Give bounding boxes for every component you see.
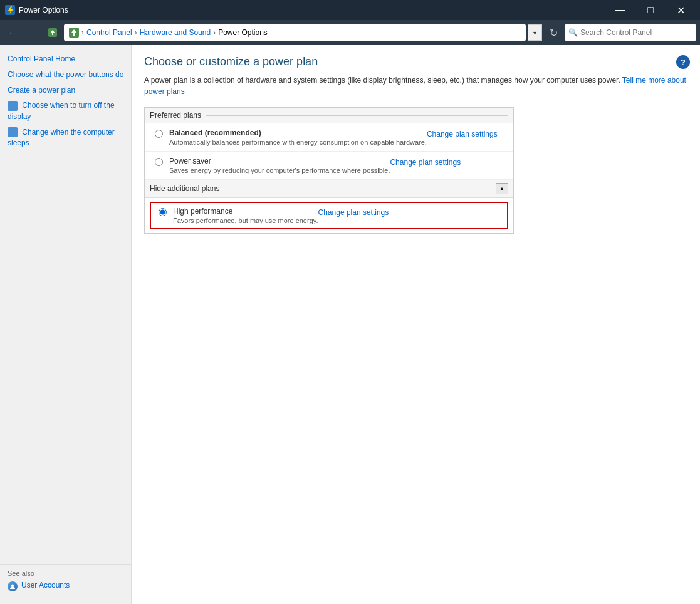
sidebar-item-user-accounts[interactable]: User Accounts: [8, 580, 123, 593]
change-sleep-label: Change when the computer sleeps: [8, 128, 115, 147]
turn-off-display-icon: [8, 101, 18, 111]
change-plan-link-high-performance[interactable]: Change plan settings: [318, 208, 389, 217]
sidebar-item-power-buttons[interactable]: Choose what the power buttons do: [0, 67, 131, 83]
svg-point-3: [11, 585, 14, 587]
plan-name-balanced[interactable]: Balanced (recommended): [169, 128, 427, 137]
maximize-button[interactable]: □: [636, 0, 665, 20]
main-window: Control Panel Home Choose what the power…: [0, 45, 700, 604]
additional-plans-line: [224, 189, 492, 189]
plan-desc-high-performance: Favors performance, but may use more ene…: [173, 217, 318, 224]
plan-text-balanced: Balanced (recommended) Automatically bal…: [169, 128, 427, 146]
plan-text-power-saver: Power saver Saves energy by reducing you…: [169, 157, 390, 174]
breadcrumb-sep-0: ›: [81, 28, 84, 37]
plan-desc-power-saver: Saves energy by reducing your computer's…: [169, 167, 390, 174]
preferred-plans-line: [206, 115, 508, 116]
see-also-title: See also: [8, 570, 123, 577]
breadcrumb-power-options: Power Options: [218, 28, 268, 37]
plan-row-high-performance-highlighted: High performance Favors performance, but…: [150, 202, 508, 229]
collapse-additional-button[interactable]: ▲: [496, 183, 508, 194]
radio-balanced[interactable]: [155, 130, 163, 138]
page-title: Choose or customize a power plan: [144, 55, 687, 68]
plan-row-balanced-inner: Balanced (recommended) Automatically bal…: [155, 128, 503, 146]
breadcrumb-sep-1: ›: [135, 28, 137, 37]
sidebar-item-create-plan[interactable]: Create a power plan: [0, 83, 131, 98]
breadcrumb-control-panel[interactable]: Control Panel: [86, 28, 132, 37]
sidebar-item-turn-off-display[interactable]: Choose when to turn off the display: [0, 98, 131, 124]
address-bar: ← → › Control Panel › Hardware and Sound…: [0, 20, 700, 45]
user-accounts-icon: [8, 581, 18, 591]
high-performance-wrapper: High performance Favors performance, but…: [145, 198, 513, 233]
change-sleep-icon: [8, 127, 18, 137]
minimize-button[interactable]: —: [606, 0, 635, 20]
additional-plans-label: Hide additional plans: [150, 184, 219, 193]
change-plan-link-power-saver[interactable]: Change plan settings: [390, 158, 461, 167]
close-button[interactable]: ✕: [666, 0, 695, 20]
search-box: 🔍: [565, 24, 696, 41]
window-title: Power Options: [19, 6, 606, 14]
plan-name-power-saver[interactable]: Power saver: [169, 157, 390, 165]
plan-row-power-saver: Power saver Saves energy by reducing you…: [145, 152, 513, 180]
sidebar-item-control-panel-home[interactable]: Control Panel Home: [0, 51, 131, 67]
back-button[interactable]: ←: [4, 24, 21, 41]
sidebar-item-change-sleep[interactable]: Change when the computer sleeps: [0, 125, 131, 151]
forward-button[interactable]: →: [24, 24, 41, 41]
search-input[interactable]: [580, 28, 692, 37]
window-controls: — □ ✕: [606, 0, 695, 20]
refresh-button[interactable]: ↻: [545, 24, 562, 41]
plan-left-high-performance: High performance Favors performance, but…: [159, 207, 318, 224]
preferred-plans-label: Preferred plans: [150, 111, 201, 120]
search-icon: 🔍: [568, 28, 578, 37]
address-dropdown[interactable]: ▾: [528, 24, 542, 41]
sidebar: Control Panel Home Choose what the power…: [0, 45, 132, 604]
radio-high-performance[interactable]: [159, 208, 167, 216]
user-accounts-label: User Accounts: [21, 581, 70, 590]
address-path[interactable]: › Control Panel › Hardware and Sound › P…: [64, 24, 526, 41]
plan-left-balanced: Balanced (recommended) Automatically bal…: [155, 128, 427, 146]
page-description: A power plan is a collection of hardware…: [144, 75, 687, 97]
app-icon: [5, 5, 15, 15]
additional-plans-header[interactable]: Hide additional plans ▲: [145, 180, 513, 198]
content-area: ? Choose or customize a power plan A pow…: [132, 45, 700, 604]
plan-desc-balanced: Automatically balances performance with …: [169, 138, 427, 146]
plan-name-high-performance[interactable]: High performance: [173, 207, 318, 216]
plan-row-power-saver-inner: Power saver Saves energy by reducing you…: [155, 157, 503, 174]
plan-left-power-saver: Power saver Saves energy by reducing you…: [155, 157, 390, 174]
plans-container: Preferred plans Balanced (recommended) A…: [144, 107, 514, 234]
plan-text-high-performance: High performance Favors performance, but…: [173, 207, 318, 224]
preferred-plans-header: Preferred plans: [145, 108, 513, 123]
help-button[interactable]: ?: [676, 55, 690, 69]
plan-row-high-performance-inner: High performance Favors performance, but…: [159, 207, 499, 224]
plan-row-balanced: Balanced (recommended) Automatically bal…: [145, 123, 513, 152]
breadcrumb-hardware-sound[interactable]: Hardware and Sound: [140, 28, 211, 37]
power-buttons-label: Choose what the power buttons do: [8, 70, 123, 79]
title-bar: Power Options — □ ✕: [0, 0, 700, 20]
breadcrumb-sep-2: ›: [213, 28, 216, 37]
change-plan-link-balanced[interactable]: Change plan settings: [427, 130, 498, 138]
up-button[interactable]: [44, 24, 61, 41]
see-also-section: See also User Accounts: [0, 564, 131, 598]
radio-power-saver[interactable]: [155, 158, 163, 166]
description-text: A power plan is a collection of hardware…: [144, 76, 620, 85]
turn-off-display-label: Choose when to turn off the display: [8, 101, 115, 120]
